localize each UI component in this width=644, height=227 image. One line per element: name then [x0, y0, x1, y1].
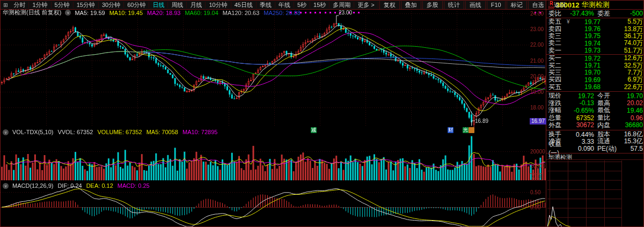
stat-row: 外盘30672内盘36680 — [546, 121, 644, 129]
tool-button-返回[interactable]: 返回 — [550, 1, 570, 9]
stat-value: -0.65% — [570, 107, 597, 114]
period-tab-10分钟[interactable]: 10分钟 — [206, 2, 231, 8]
queue-price: 19.69 — [572, 76, 613, 84]
tool-button-F10[interactable]: F10 — [487, 1, 506, 9]
tool-button-叠加[interactable]: 叠加 — [401, 1, 421, 9]
sell-queue: 卖五¥19.775.5万卖四19.7613.8万卖三19.7536.1万卖二19… — [546, 18, 644, 54]
stat-value: 0.96 — [619, 114, 643, 122]
tool-button-多股[interactable]: 多股 — [422, 1, 443, 9]
event-badge[interactable]: 减 — [311, 127, 317, 133]
period-tab-5分钟[interactable]: 5分钟 — [52, 2, 74, 8]
macd-values: MACD(12,26,9)DIF: 0.24DEA: 0.12MACD: 0.2… — [12, 182, 154, 189]
period-tabs: 分时1分钟5分钟15分钟30分钟60分钟日线周线月线10分钟45日线季线年线5秒… — [10, 1, 378, 9]
period-tab-60分钟[interactable]: 60分钟 — [124, 2, 149, 8]
event-badge[interactable] — [469, 127, 474, 133]
collapse-icon[interactable]: ∨ — [3, 129, 9, 135]
period-tab-15秒[interactable]: 15秒 — [310, 2, 330, 8]
macd-segment-1: DIF: 0.24 — [57, 182, 82, 189]
stat-value: 57.5 — [619, 145, 643, 152]
period-tab-5秒[interactable]: 5秒 — [294, 2, 310, 8]
stat-value: 19.70 — [619, 92, 643, 100]
macd-segment-3: MACD: 0.25 — [118, 182, 150, 189]
tool-button-统计[interactable]: 统计 — [444, 1, 464, 9]
event-badge[interactable]: 光 — [463, 127, 469, 133]
weicha-value: -500 — [619, 10, 643, 17]
stat-value: 20.02 — [619, 99, 643, 107]
ma-value-MA5: MA5: 19.59 — [75, 10, 105, 16]
tool-button-复权[interactable]: 复权 — [379, 1, 400, 9]
axis-label: 20.00 — [530, 74, 544, 79]
period-tab-30分钟[interactable]: 30分钟 — [99, 2, 124, 8]
stat-value: 36680 — [619, 121, 643, 129]
volume-segment-4: MA10: 72895 — [182, 129, 217, 135]
candlestick-chart[interactable] — [1, 9, 546, 128]
period-tab-季线[interactable]: 季线 — [257, 2, 275, 8]
buy-queue: 买一19.7212.6万买二19.7132.5万买三19.707.7万买四19.… — [546, 55, 644, 91]
period-tab-更多 >[interactable]: 更多 > — [354, 2, 378, 8]
window-icon[interactable]: ⊞ — [1, 2, 10, 8]
period-tab-分时[interactable]: 分时 — [10, 2, 29, 8]
chart-title: 华测检测(日线 前复权) — [3, 9, 61, 17]
low-annotation: 16.89 — [475, 118, 488, 124]
stat-value: 19.46 — [619, 107, 643, 114]
stock-name: 华测检测 — [581, 0, 609, 10]
period-tab-年线[interactable]: 年线 — [275, 2, 294, 8]
high-annotation: 23.00 — [339, 10, 352, 16]
weibi-row: 委比 -37.43% 委差 -500 — [546, 10, 644, 17]
tool-button-画线[interactable]: 画线 — [465, 1, 486, 9]
queue-price: 19.72 — [572, 55, 613, 62]
tool-button-标记[interactable]: 标记 — [507, 1, 527, 9]
axis-label: 0.50 — [530, 189, 540, 195]
axis-label: 21.00 — [530, 58, 544, 64]
queue-price: 19.77 — [572, 18, 613, 26]
period-tab-多周期[interactable]: 多周期 — [330, 2, 354, 8]
trading-app: ⊞ 分时1分钟5分钟15分钟30分钟60分钟日线周线月线10分钟45日线季线年线… — [0, 0, 644, 227]
collapse-icon[interactable]: ∨ — [3, 183, 9, 189]
sell-row[interactable]: 卖一19.7351.7万 — [546, 47, 644, 54]
volume-chart[interactable] — [1, 128, 546, 181]
collapse-icon[interactable]: ∨ — [65, 10, 71, 16]
quote-stats: 现价19.72今开19.70涨跌-0.13最高20.02涨幅-0.65%最低19… — [546, 92, 644, 129]
stat-value: 0.44% — [570, 131, 597, 138]
ma-value-MA120: MA120: 20.63 — [223, 10, 260, 16]
stat-value: 3.33 — [570, 138, 597, 145]
period-tab-月线[interactable]: 月线 — [187, 2, 206, 8]
volume-segment-2: VOLUME: 67352 — [97, 129, 142, 135]
buy-row[interactable]: 买五19.6822.6万 — [546, 84, 644, 91]
queue-price: 19.71 — [572, 62, 613, 69]
volume-segment-1: VVOL: 67352 — [57, 129, 93, 135]
fundamental-stats: 换手0.44%股本16.8亿净资3.33流通15.3亿收益(一)0.090PE(… — [546, 131, 644, 152]
stat-label: 外盘 — [548, 121, 570, 130]
ma-value-MA250: MA250: 20.08 — [264, 10, 301, 16]
period-tab-日线[interactable]: 日线 — [149, 2, 168, 8]
weibi-value: -37.43% — [570, 10, 597, 17]
queue-mark: ¥ — [567, 19, 572, 25]
period-tab-周线[interactable]: 周线 — [168, 2, 187, 8]
event-badge[interactable]: 财 — [448, 127, 453, 133]
stat-value: 0.090 — [570, 145, 597, 152]
volume-values: VOL-TDX(5,10)VVOL: 67352VOLUME: 67352MA5… — [12, 129, 222, 135]
period-tab-1分钟[interactable]: 1分钟 — [29, 2, 51, 8]
volume-segment-3: MA5: 70058 — [147, 129, 178, 135]
axis-label: 23.00 — [530, 26, 544, 32]
intraday-mini-chart[interactable] — [546, 159, 644, 227]
queue-price: 19.68 — [572, 83, 613, 91]
queue-price: 19.73 — [572, 47, 613, 54]
period-tab-15分钟[interactable]: 15分钟 — [74, 2, 99, 8]
axis-label: 22.00 — [530, 42, 544, 48]
queue-price: 19.76 — [572, 25, 613, 33]
queue-price: 19.70 — [572, 69, 613, 76]
axis-label: 10000 — [530, 163, 545, 169]
stat-value: 67352 — [570, 114, 597, 122]
period-tab-45日线[interactable]: 45日线 — [231, 2, 257, 8]
stat-value: -0.13 — [570, 99, 597, 107]
queue-label: 买五 — [548, 83, 567, 92]
queue-price: 19.74 — [572, 40, 613, 47]
ma-value-MA10: MA10: 19.45 — [109, 10, 143, 16]
ma-values: MA5: 19.59MA10: 19.45MA20: 18.93MA60: 19… — [75, 10, 304, 16]
tool-button-自选[interactable]: 自选 — [528, 1, 548, 9]
axis-label: 18.00 — [530, 105, 544, 111]
axis-label: 19.00 — [530, 89, 544, 95]
volume-header: ∨ VOL-TDX(5,10)VVOL: 67352VOLUME: 67352M… — [3, 129, 222, 135]
stat-label: PE(动) — [597, 144, 619, 153]
